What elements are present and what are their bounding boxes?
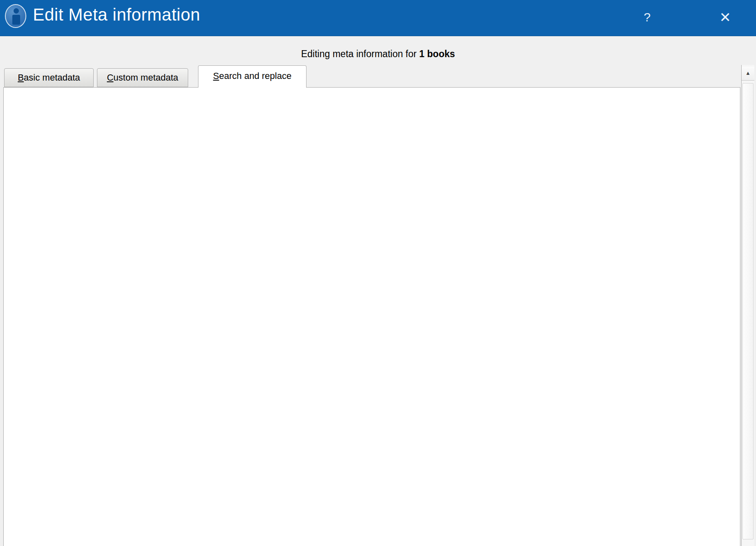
window-title: Edit Meta information bbox=[33, 5, 200, 25]
info-icon-dot bbox=[14, 8, 19, 14]
app-info-icon bbox=[5, 4, 26, 28]
scrollbar-thumb[interactable] bbox=[742, 83, 754, 539]
editing-heading-prefix: Editing meta information for bbox=[301, 49, 419, 59]
tab-basic-metadata[interactable]: Basic metadata bbox=[4, 68, 94, 87]
scrollbar-up-icon[interactable]: ▲ bbox=[742, 67, 754, 81]
editing-heading-count: 1 books bbox=[419, 49, 455, 59]
help-button[interactable]: ? bbox=[633, 0, 662, 36]
editing-heading: Editing meta information for 1 books bbox=[0, 49, 756, 60]
info-icon-bar bbox=[12, 15, 20, 25]
search-replace-tabpage bbox=[3, 87, 740, 546]
close-icon[interactable]: ✕ bbox=[711, 0, 740, 36]
tab-search-and-replace[interactable]: Search and replace bbox=[198, 65, 307, 88]
window-titlebar: Edit Meta information ? ✕ bbox=[0, 0, 756, 36]
tab-custom-metadata[interactable]: Custom metadata bbox=[97, 68, 188, 87]
vertical-scrollbar[interactable]: ▲ bbox=[741, 65, 754, 546]
